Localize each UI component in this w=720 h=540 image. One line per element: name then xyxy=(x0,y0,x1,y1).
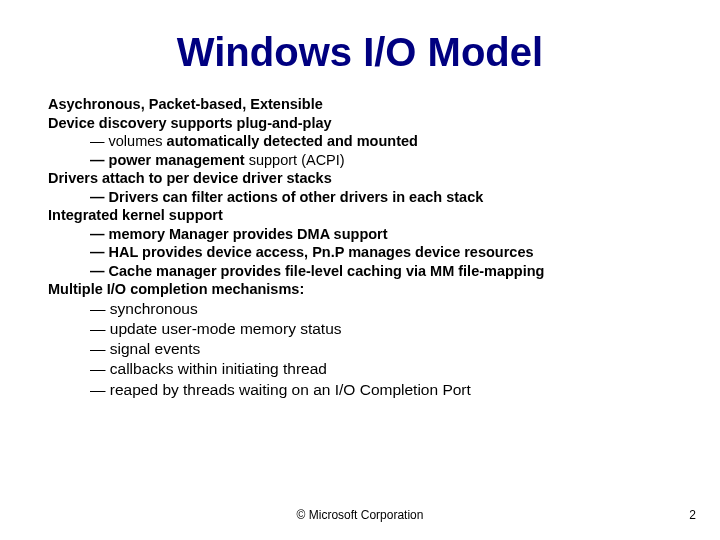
heading-kernel: Integrated kernel support xyxy=(48,206,672,225)
copyright: © Microsoft Corporation xyxy=(0,508,720,522)
heading-drivers: Drivers attach to per device driver stac… xyxy=(48,169,672,188)
heading-async: Asychronous, Packet-based, Extensible xyxy=(48,95,672,114)
page-number: 2 xyxy=(689,508,696,522)
slide-body: Asychronous, Packet-based, Extensible De… xyxy=(48,95,672,400)
text-bold: automatically detected and mounted xyxy=(167,133,418,149)
footer: © Microsoft Corporation 2 xyxy=(0,508,720,522)
bullet-power: — power management support (ACPI) xyxy=(90,151,672,170)
text-bold: — power management xyxy=(90,152,249,168)
slide-title: Windows I/O Model xyxy=(48,30,672,75)
bullet-volumes: — volumes automatically detected and mou… xyxy=(90,132,672,151)
heading-discovery: Device discovery supports plug-and-play xyxy=(48,114,672,133)
bullet-signal: — signal events xyxy=(90,339,672,359)
bullet-sync: — synchronous xyxy=(90,299,672,319)
text: support (ACPI) xyxy=(249,152,345,168)
heading-completion: Multiple I/O completion mechanisms: xyxy=(48,280,672,299)
slide: Windows I/O Model Asychronous, Packet-ba… xyxy=(0,0,720,540)
bullet-cache: — Cache manager provides file-level cach… xyxy=(90,262,672,281)
bullet-callbacks: — callbacks within initiating thread xyxy=(90,359,672,379)
bullet-dma: — memory Manager provides DMA support xyxy=(90,225,672,244)
bullet-filter: — Drivers can filter actions of other dr… xyxy=(90,188,672,207)
bullet-update: — update user-mode memory status xyxy=(90,319,672,339)
bullet-reaped: — reaped by threads waiting on an I/O Co… xyxy=(90,380,672,400)
text: — volumes xyxy=(90,133,167,149)
bullet-hal: — HAL provides device access, Pn.P manag… xyxy=(90,243,672,262)
